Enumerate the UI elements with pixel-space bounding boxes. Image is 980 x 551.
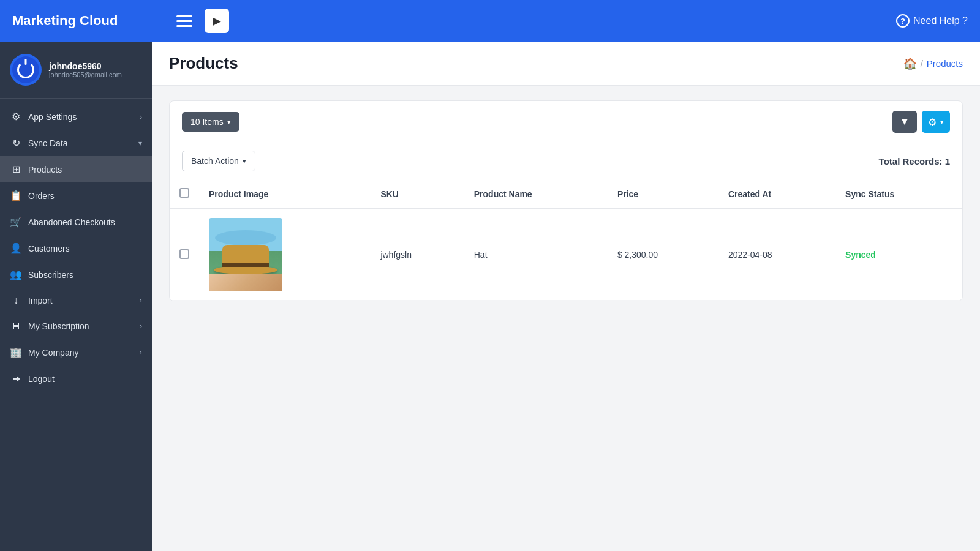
- orders-icon: 📋: [10, 190, 22, 201]
- created-at-value: 2022-04-08: [728, 250, 772, 260]
- filter-button[interactable]: ▼: [892, 111, 917, 133]
- customer-icon: 👤: [10, 242, 22, 254]
- sidebar-item-customers[interactable]: 👤 Customers: [0, 235, 152, 261]
- product-name-value: Hat: [474, 250, 488, 260]
- sidebar-item-sync-data[interactable]: ↻ Sync Data ▾: [0, 130, 152, 156]
- top-header: Marketing Cloud ▶ ? Need Help ?: [0, 0, 980, 42]
- sidebar-item-label: App Settings: [28, 112, 134, 122]
- import-icon: ↓: [10, 295, 22, 306]
- card-toolbar-batch: Batch Action ▾ Total Records: 1: [170, 143, 962, 179]
- notification-button[interactable]: ▶: [205, 9, 229, 33]
- notification-icon: ▶: [213, 14, 221, 28]
- row-checkbox-cell: [170, 209, 199, 301]
- sidebar-item-import[interactable]: ↓ Import ›: [0, 288, 152, 313]
- total-records: Total Records: 1: [879, 156, 950, 167]
- chevron-down-icon: ▾: [138, 139, 142, 148]
- sidebar-item-label: Sync Data: [28, 138, 132, 148]
- sidebar-item-label: Customers: [28, 244, 142, 253]
- sync-icon: ↻: [10, 137, 22, 149]
- header-left: Marketing Cloud ▶: [12, 9, 229, 33]
- user-info: johndoe5960 johndoe505@gmail.com: [49, 61, 122, 78]
- items-count-button[interactable]: 10 Items ▾: [182, 112, 239, 132]
- col-header-sync-status: Sync Status: [835, 179, 962, 209]
- chevron-right-icon: ›: [140, 113, 142, 121]
- col-header-price: Price: [608, 179, 718, 209]
- col-header-created-at: Created At: [718, 179, 835, 209]
- gear-icon: ⚙: [928, 116, 937, 128]
- user-email: johndoe505@gmail.com: [49, 71, 122, 78]
- column-settings-button[interactable]: ⚙ ▾: [922, 111, 950, 133]
- chevron-right-icon: ›: [140, 322, 142, 331]
- settings-icon: ⚙: [10, 111, 22, 122]
- sidebar-item-label: Orders: [28, 191, 142, 201]
- user-name: johndoe5960: [49, 61, 122, 71]
- main-content: Products 🏠 / Products 10 Items ▾: [152, 42, 980, 551]
- help-button[interactable]: ? Need Help ?: [896, 14, 968, 28]
- product-image: [209, 218, 282, 291]
- chevron-right-icon: ›: [140, 296, 142, 305]
- sidebar: johndoe5960 johndoe505@gmail.com ⚙ App S…: [0, 42, 152, 551]
- user-profile: johndoe5960 johndoe505@gmail.com: [0, 42, 152, 99]
- toolbar-left: 10 Items ▾: [182, 112, 239, 132]
- sku-cell: jwhfgsln: [371, 209, 464, 301]
- sidebar-item-label: Import: [28, 296, 134, 305]
- sync-status-value: Synced: [845, 250, 876, 260]
- price-cell: $ 2,300.00: [608, 209, 718, 301]
- filter-icon: ▼: [900, 116, 910, 127]
- created-at-cell: 2022-04-08: [718, 209, 835, 301]
- sidebar-item-my-company[interactable]: 🏢 My Company ›: [0, 339, 152, 365]
- help-icon: ?: [896, 14, 910, 28]
- sidebar-item-abandoned-checkouts[interactable]: 🛒 Abandoned Checkouts: [0, 209, 152, 235]
- card-toolbar-top: 10 Items ▾ ▼ ⚙ ▾: [170, 101, 962, 143]
- company-icon: 🏢: [10, 347, 22, 358]
- breadcrumb: 🏠 / Products: [903, 57, 963, 70]
- product-image-cell: [199, 209, 371, 301]
- hamburger-menu-icon[interactable]: [174, 13, 195, 29]
- toolbar-right: ▼ ⚙ ▾: [892, 111, 950, 133]
- sidebar-item-label: My Subscription: [28, 321, 134, 331]
- items-count-label: 10 Items: [190, 117, 224, 127]
- price-value: $ 2,300.00: [617, 250, 658, 260]
- products-card: 10 Items ▾ ▼ ⚙ ▾: [169, 100, 963, 301]
- sidebar-item-my-subscription[interactable]: 🖥 My Subscription ›: [0, 313, 152, 339]
- sidebar-item-products[interactable]: ⊞ Products: [0, 156, 152, 182]
- cart-icon: 🛒: [10, 216, 22, 228]
- sidebar-item-label: Products: [28, 165, 142, 174]
- products-icon: ⊞: [10, 163, 22, 175]
- app-title: Marketing Cloud: [12, 13, 164, 29]
- sync-status-cell: Synced: [835, 209, 962, 301]
- subscribers-icon: 👥: [10, 269, 22, 280]
- logout-icon: ➜: [10, 373, 22, 384]
- sidebar-item-app-settings[interactable]: ⚙ App Settings ›: [0, 103, 152, 130]
- row-checkbox[interactable]: [179, 249, 189, 259]
- col-header-product-image: Product Image: [199, 179, 371, 209]
- layout: johndoe5960 johndoe505@gmail.com ⚙ App S…: [0, 42, 980, 551]
- chevron-right-icon: ›: [140, 348, 142, 357]
- table-header-row: Product Image SKU Product Name Price Cre…: [170, 179, 962, 209]
- sidebar-item-orders[interactable]: 📋 Orders: [0, 182, 152, 209]
- sidebar-item-logout[interactable]: ➜ Logout: [0, 365, 152, 392]
- avatar: [10, 54, 42, 86]
- help-label: Need Help ?: [913, 15, 968, 26]
- batch-action-label: Batch Action: [191, 156, 239, 166]
- sidebar-item-subscribers[interactable]: 👥 Subscribers: [0, 261, 152, 288]
- page-header: Products 🏠 / Products: [152, 42, 980, 86]
- products-table: Product Image SKU Product Name Price Cre…: [170, 179, 962, 301]
- col-header-sku: SKU: [371, 179, 464, 209]
- sidebar-item-label: Subscribers: [28, 270, 142, 280]
- col-header-product-name: Product Name: [464, 179, 608, 209]
- sidebar-item-label: Abandoned Checkouts: [28, 217, 142, 227]
- nav-menu: ⚙ App Settings › ↻ Sync Data ▾ ⊞ Product…: [0, 99, 152, 551]
- product-name-cell: Hat: [464, 209, 608, 301]
- batch-action-button[interactable]: Batch Action ▾: [182, 151, 255, 171]
- subscription-icon: 🖥: [10, 321, 22, 332]
- select-all-header: [170, 179, 199, 209]
- breadcrumb-separator: /: [921, 58, 923, 69]
- dropdown-arrow-icon: ▾: [227, 118, 231, 126]
- select-all-checkbox[interactable]: [179, 188, 189, 198]
- dropdown-arrow-icon: ▾: [243, 157, 246, 165]
- dropdown-arrow-icon: ▾: [940, 118, 944, 126]
- home-icon[interactable]: 🏠: [903, 57, 917, 70]
- page-title: Products: [169, 54, 238, 73]
- content-area: 10 Items ▾ ▼ ⚙ ▾: [152, 86, 980, 551]
